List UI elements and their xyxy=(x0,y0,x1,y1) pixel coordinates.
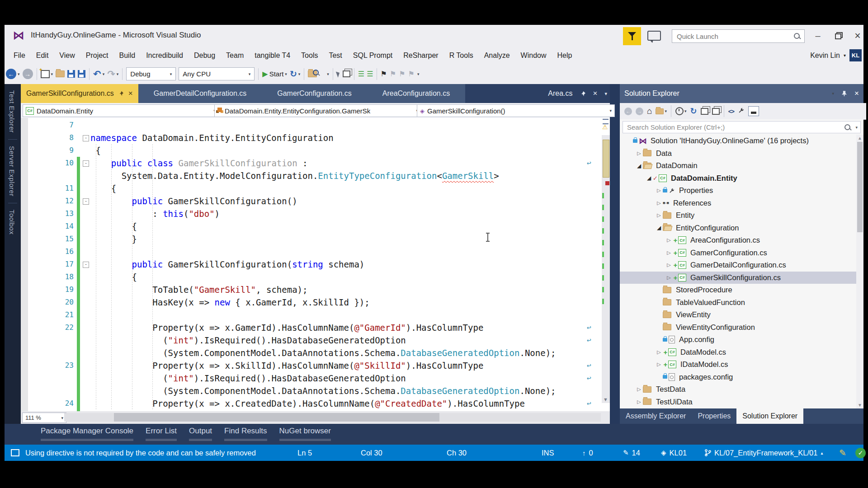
tree-item-properties[interactable]: ▷Properties xyxy=(620,184,863,197)
code-line[interactable]: 8-namespace DataDomain.Entity.EntityConf… xyxy=(21,131,610,144)
tree-scrollbar[interactable]: ▲ ▼ xyxy=(856,135,863,408)
editor-tab-gamerconfiguration-cs[interactable]: GamerConfiguration.cs xyxy=(262,84,367,103)
menu-item-build[interactable]: Build xyxy=(114,47,141,64)
tree-item-testdata[interactable]: ▷TestData xyxy=(620,383,863,396)
open-file-icon[interactable] xyxy=(56,70,65,77)
code-line[interactable]: (System.ComponentModel.DataAnnotations.S… xyxy=(21,385,610,397)
overflow-tab-label[interactable]: Area.cs xyxy=(548,89,572,98)
feedback-icon[interactable] xyxy=(647,31,661,41)
expander-collapsed-icon[interactable]: ▷ xyxy=(655,188,663,193)
code-line[interactable]: 18 { xyxy=(21,271,610,283)
tree-item-datamodel-cs[interactable]: ▷+C#DataModel.cs xyxy=(620,346,863,359)
panel-tab-properties[interactable]: Properties xyxy=(692,408,736,424)
back-icon[interactable]: ← xyxy=(624,108,632,115)
clear-bookmarks-icon[interactable]: ⚑ xyxy=(408,70,415,78)
search-options-chevron-icon[interactable]: ▾ xyxy=(855,125,858,130)
horizontal-scrollbar[interactable] xyxy=(64,413,601,422)
navigate-forward-icon[interactable]: → xyxy=(23,69,33,79)
tree-item-testuidata[interactable]: ▷TestUiData xyxy=(620,396,863,408)
window-position-chevron-icon[interactable]: ▾ xyxy=(832,91,835,96)
status-workspace[interactable]: ◈ KL01 xyxy=(661,445,687,461)
tree-item-datadomain[interactable]: ◢DataDomain xyxy=(620,160,863,172)
tree-item-viewentityconfiguration[interactable]: ViewEntityConfiguration xyxy=(620,321,863,334)
code-line[interactable]: ("int").IsRequired().HasDatabaseGenerate… xyxy=(21,372,610,385)
side-rail-tab-toolbox[interactable]: Toolbox xyxy=(8,210,16,235)
expander-expanded-icon[interactable]: ◢ xyxy=(655,225,663,231)
expander-expanded-icon[interactable]: ◢ xyxy=(645,175,653,181)
menu-item-help[interactable]: Help xyxy=(552,47,578,64)
home-icon[interactable]: ⌂ xyxy=(647,106,652,116)
navigate-back-icon[interactable]: ← xyxy=(6,69,16,79)
redo-dropdown-icon[interactable]: ▾ xyxy=(117,72,119,76)
solution-explorer-header[interactable]: Solution Explorer ▾ × xyxy=(620,84,863,103)
close-button[interactable]: × xyxy=(850,30,865,42)
toggle-bookmark-icon[interactable]: ⚑ xyxy=(381,70,387,78)
tree-item-storedprocedure[interactable]: StoredProcedure xyxy=(620,284,863,296)
tree-item-areaconfiguration-cs[interactable]: ▷+C#AreaConfiguration.cs xyxy=(620,234,863,247)
bottom-tab-error-list[interactable]: Error List xyxy=(146,427,177,441)
side-rail-tab-test-explorer[interactable]: Test Explorer xyxy=(8,90,16,133)
search-box[interactable]: ▾ xyxy=(623,121,861,133)
editor-tab-areaconfiguration-cs[interactable]: AreaConfiguration.cs xyxy=(367,84,465,103)
menu-item-r-tools[interactable]: R Tools xyxy=(444,47,479,64)
code-line[interactable]: 11 { xyxy=(21,182,610,195)
save-icon[interactable] xyxy=(67,70,75,78)
code-line[interactable]: 15 } xyxy=(21,233,610,245)
expander-collapsed-icon[interactable]: ▷ xyxy=(635,399,643,405)
user-chevron-down-icon[interactable]: ▾ xyxy=(844,53,846,58)
bottom-tab-nuget-browser[interactable]: NuGet browser xyxy=(279,427,331,441)
scroll-down-icon[interactable]: ▼ xyxy=(603,397,608,402)
toolbar-overflow2-icon[interactable]: ▾ xyxy=(417,72,420,76)
sync-active-document-icon[interactable] xyxy=(656,108,664,114)
bottom-tab-output[interactable]: Output xyxy=(189,427,212,441)
code-line[interactable]: 13 : this("dbo") xyxy=(21,207,610,220)
fold-toggle-icon[interactable]: - xyxy=(83,135,89,141)
tree-item-packages-config[interactable]: packages.config xyxy=(620,371,863,384)
code-line[interactable]: 17- public GamerSkillConfiguration(strin… xyxy=(21,258,610,271)
expander-collapsed-icon[interactable]: ▷ xyxy=(655,361,663,367)
expander-collapsed-icon[interactable]: ▷ xyxy=(665,275,673,281)
menu-item-view[interactable]: View xyxy=(54,47,80,64)
tree-item-tablevaluedfunction[interactable]: TableValuedFunction xyxy=(620,296,863,309)
expander-collapsed-icon[interactable]: ▷ xyxy=(635,386,643,392)
menu-item-tools[interactable]: Tools xyxy=(296,47,323,64)
undo-icon[interactable]: ↶ xyxy=(93,69,101,80)
tree-item-references[interactable]: ▷■-■References xyxy=(620,197,863,210)
restart-icon[interactable]: ↻ xyxy=(290,69,297,79)
show-all-files-icon[interactable] xyxy=(712,108,720,115)
fold-toggle-icon[interactable]: - xyxy=(83,198,89,205)
menu-item-sql-prompt[interactable]: SQL Prompt xyxy=(348,47,398,64)
bottom-tab-find-results[interactable]: Find Results xyxy=(224,427,267,441)
menu-item-incredibuild[interactable]: Incredibuild xyxy=(141,47,189,64)
close-icon[interactable]: × xyxy=(128,89,133,98)
new-project-icon[interactable] xyxy=(41,70,50,78)
menu-item-test[interactable]: Test xyxy=(323,47,347,64)
side-rail-tab-server-explorer[interactable]: Server Explorer xyxy=(8,146,16,197)
panel-tab-solution-explorer[interactable]: Solution Explorer xyxy=(736,408,803,424)
tab-list-chevron-icon[interactable]: ▾ xyxy=(604,91,607,97)
sync-dropdown-icon[interactable]: ▾ xyxy=(665,109,667,113)
tree-item-gamerconfiguration-cs[interactable]: ▷+C#GamerConfiguration.cs xyxy=(620,247,863,259)
code-line[interactable]: 10- public class GamerSkillConfiguration… xyxy=(21,157,610,169)
view-code-icon[interactable]: <> xyxy=(728,108,734,115)
zoom-select[interactable]: 111 % ▾ xyxy=(22,413,66,423)
code-line[interactable]: ("int").IsRequired().HasDatabaseGenerate… xyxy=(21,334,610,347)
expander-collapsed-icon[interactable]: ▷ xyxy=(655,212,663,218)
scroll-up-icon[interactable]: ▲ xyxy=(858,136,862,141)
code-line[interactable]: 19 ToTable("GamerSkill", schema); xyxy=(21,283,610,296)
project-dropdown[interactable]: C# DataDomain.Entity ▾ xyxy=(23,104,219,117)
menu-item-project[interactable]: Project xyxy=(80,47,114,64)
expander-collapsed-icon[interactable]: ▷ xyxy=(665,250,673,256)
increase-indent-icon[interactable]: ☰ xyxy=(367,70,373,78)
restart-dropdown-icon[interactable]: ▾ xyxy=(298,72,301,76)
next-bookmark-icon[interactable]: ⚑ xyxy=(399,70,405,78)
tree-item-entity[interactable]: ▷Entity xyxy=(620,209,863,222)
pin-icon[interactable] xyxy=(841,91,847,97)
preview-selected-items-toggle[interactable] xyxy=(748,106,759,116)
menu-item-file[interactable]: File xyxy=(8,47,31,64)
tree-item-viewentity[interactable]: ViewEntity xyxy=(620,309,863,321)
pin-icon[interactable] xyxy=(118,91,124,96)
code-line[interactable]: (System.ComponentModel.DataAnnotations.S… xyxy=(21,347,610,359)
refresh-icon[interactable]: ↻ xyxy=(690,106,697,116)
code-line[interactable]: System.Data.Entity.ModelConfiguration.En… xyxy=(21,169,610,182)
